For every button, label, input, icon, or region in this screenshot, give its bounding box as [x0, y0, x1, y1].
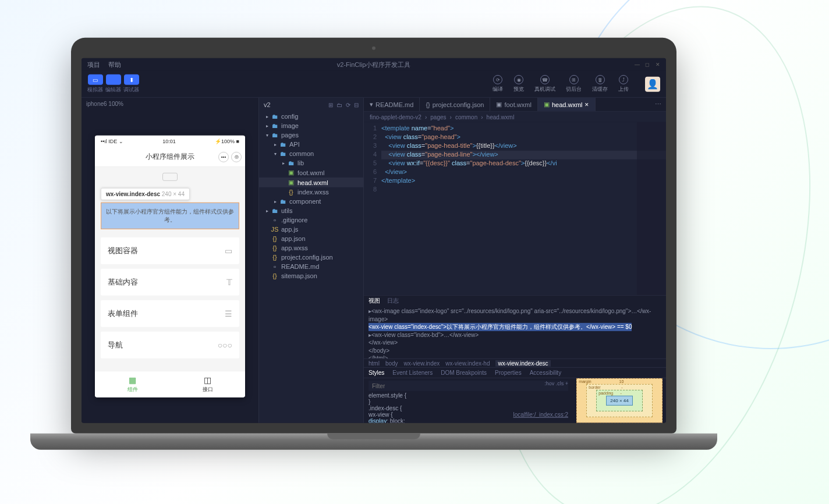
folder-icon: 🖿	[271, 113, 279, 120]
editor-tab[interactable]: {} project.config.json	[420, 98, 490, 111]
css-rule[interactable]: wx-view {localfile:/_index.css:2	[369, 411, 568, 418]
file-icon: {}	[271, 244, 279, 251]
tree-item[interactable]: {} index.wxss	[259, 187, 363, 197]
tree-item[interactable]: JS app.js	[259, 225, 363, 234]
tree-item[interactable]: ▫ README.md	[259, 262, 363, 271]
tree-item[interactable]: ▸ 🖿 component	[259, 197, 363, 206]
mode-button-2[interactable]: ⬍ 调试器	[123, 74, 139, 94]
tree-item[interactable]: ▫ .gitignore	[259, 215, 363, 225]
code-line[interactable]: </template>	[381, 177, 666, 186]
tree-item[interactable]: {} project.config.json	[259, 253, 363, 262]
breadcrumb[interactable]: fino-applet-demo-v2 › pages › common › h…	[364, 112, 666, 122]
styles-tab[interactable]: Accessibility	[530, 370, 561, 376]
toolbar-action-上传[interactable]: ⤴ 上传	[618, 75, 629, 93]
toolbar-action-切后台[interactable]: ⊞ 切后台	[566, 75, 582, 93]
refresh-icon[interactable]: ⟳	[346, 101, 350, 108]
styles-hov-controls[interactable]: :hov .cls +	[544, 381, 568, 386]
elements-panel[interactable]: ▸<wx-image class="index-logo" src="../re…	[364, 306, 666, 359]
tree-item[interactable]: ▣ foot.wxml	[259, 168, 363, 178]
dom-node[interactable]: ▸<wx-image class="index-logo" src="../re…	[369, 307, 661, 323]
editor-tab[interactable]: ▣ head.wxml ✕	[538, 98, 596, 111]
dom-path[interactable]: htmlbodywx-view.indexwx-view.index-hdwx-…	[364, 359, 666, 368]
menu-help[interactable]: 帮助	[108, 60, 121, 69]
styles-panel[interactable]: :hov .cls + element.style {}.index-desc …	[364, 378, 573, 423]
more-icon[interactable]: •••	[218, 151, 229, 162]
code-line[interactable]	[381, 186, 666, 194]
phone-tab[interactable]: ▦ 组件	[95, 371, 170, 397]
tree-item[interactable]: ▸ 🖿 API	[259, 140, 363, 149]
list-item[interactable]: 导航 ○○○	[101, 332, 239, 359]
target-icon[interactable]: ◎	[231, 151, 242, 162]
breadcrumb-segment[interactable]: head.wxml	[487, 113, 515, 120]
editor-tab[interactable]: ▣ foot.wxml	[490, 98, 537, 111]
tree-item[interactable]: {} sitemap.json	[259, 271, 363, 281]
menu-project[interactable]: 项目	[87, 60, 100, 69]
toolbar-action-真机调试[interactable]: ☎ 真机调试	[534, 75, 555, 93]
breadcrumb-segment[interactable]: common	[455, 113, 477, 120]
tree-item[interactable]: {} app.wxss	[259, 243, 363, 253]
avatar[interactable]: 👤	[645, 76, 660, 91]
path-segment[interactable]: wx-view.index-hd	[445, 360, 490, 366]
tree-item[interactable]: ▾ 🖿 common	[259, 149, 363, 158]
phone-tab[interactable]: ◫ 接口	[170, 371, 245, 397]
tabs-overflow-icon[interactable]: ⋯	[650, 98, 666, 111]
tree-item[interactable]: ▸ 🖿 config	[259, 112, 363, 121]
path-segment[interactable]: body	[385, 360, 398, 366]
dom-node[interactable]: </body>	[369, 346, 661, 354]
dom-node[interactable]: </html>	[369, 354, 661, 359]
toolbar-action-预览[interactable]: ◉ 预览	[513, 75, 524, 93]
phone-preview[interactable]: ••ıl IDE ⌄ 10:01 ⚡100% ■ 小程序组件展示 ••• ◎	[95, 136, 245, 397]
styles-tab[interactable]: Styles	[369, 370, 384, 376]
file-tree[interactable]: v2 ⊞ 🗀 ⟳ ⊟ ▸ 🖿 config ▸ 🖿 image	[259, 98, 364, 423]
code-line[interactable]: <view class="page-head-line"></view>	[381, 151, 666, 159]
minimize-icon[interactable]: —	[635, 62, 640, 68]
code-line[interactable]: </view>	[381, 168, 666, 177]
tree-item[interactable]: ▸ 🖿 image	[259, 121, 363, 130]
styles-tab[interactable]: DOM Breakpoints	[441, 370, 487, 376]
path-segment[interactable]: wx-view.index	[404, 360, 440, 366]
tree-item[interactable]: ▾ 🖿 pages	[259, 130, 363, 140]
collapse-icon[interactable]: ⊟	[354, 101, 359, 108]
maximize-icon[interactable]: ◻	[645, 62, 651, 68]
path-segment[interactable]: wx-view.index-desc	[495, 360, 550, 366]
toolbar-action-清缓存[interactable]: 🗑 清缓存	[592, 75, 608, 93]
list-item[interactable]: 视图容器 ▭	[101, 237, 239, 264]
list-item[interactable]: 表单组件 ☰	[101, 300, 239, 327]
list-item[interactable]: 基础内容 𝕋	[101, 269, 239, 296]
styles-filter-input[interactable]	[369, 381, 568, 391]
tree-root[interactable]: v2	[264, 101, 271, 108]
code-line[interactable]: <view class="page-head-title">{{title}}<…	[381, 142, 666, 151]
close-icon[interactable]: ✕	[584, 101, 589, 107]
devtools-tab-view[interactable]: 视图	[369, 297, 380, 305]
css-rule[interactable]: .index-desc {</span></div><div data-inte…	[369, 405, 568, 411]
editor-tab[interactable]: ▾ README.md	[364, 98, 420, 111]
mode-button-0[interactable]: ▭ 模拟器	[87, 74, 103, 94]
breadcrumb-segment[interactable]: fino-applet-demo-v2	[370, 113, 421, 120]
minimap[interactable]	[637, 122, 666, 295]
action-icon: ◉	[514, 75, 523, 84]
breadcrumb-segment[interactable]: pages	[430, 113, 446, 120]
tab-icon: ▦	[129, 375, 136, 385]
new-folder-icon[interactable]: 🗀	[336, 101, 342, 108]
devtools-tab-log[interactable]: 日志	[387, 297, 399, 305]
new-file-icon[interactable]: ⊞	[328, 101, 333, 108]
mode-button-1[interactable]: 编辑器	[105, 74, 121, 94]
tree-item[interactable]: ▣ head.wxml	[259, 178, 363, 187]
close-icon[interactable]: ✕	[656, 62, 661, 68]
styles-tab[interactable]: Event Listeners	[392, 370, 433, 376]
dom-node[interactable]: </wx-view>	[369, 339, 661, 347]
selected-element[interactable]: 以下将展示小程序官方组件能力，组件样式仅供参考。	[101, 203, 239, 229]
path-segment[interactable]: html	[369, 360, 380, 366]
tree-item[interactable]: {} app.json	[259, 234, 363, 243]
code-line[interactable]: <view wx:if="{{desc}}" class="page-head-…	[381, 159, 666, 168]
css-rule[interactable]: element.style {	[369, 392, 568, 399]
code-line[interactable]: <view class="page-head">	[381, 133, 666, 142]
dom-node[interactable]: <wx-view class="index-desc">以下将展示小程序官方组件…	[369, 323, 661, 331]
dom-node[interactable]: ▸<wx-view class="index-bd">…</wx-view>	[369, 331, 661, 339]
tree-item[interactable]: ▸ 🖿 lib	[259, 158, 363, 168]
code-line[interactable]: <template name="head">	[381, 125, 666, 133]
tree-item[interactable]: ▸ 🖿 utils	[259, 206, 363, 215]
toolbar-action-编译[interactable]: ⟳ 编译	[493, 75, 503, 93]
styles-tab[interactable]: Properties	[495, 370, 522, 376]
code-editor[interactable]: 12345678 <template name="head"> <view cl…	[364, 122, 666, 295]
